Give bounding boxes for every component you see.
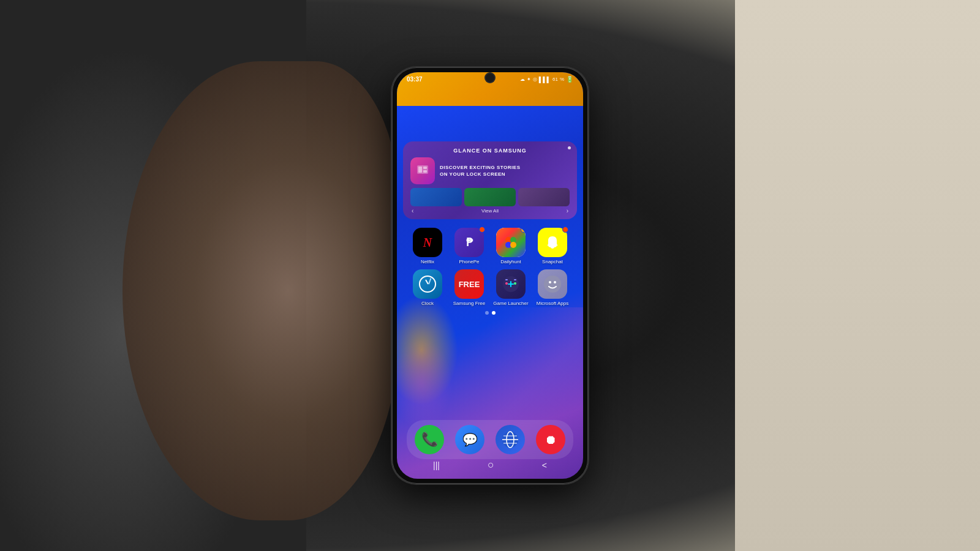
glance-dot-indicator — [568, 146, 571, 149]
status-time: 03:37 — [407, 76, 423, 83]
app-item-dailyhunt[interactable]: Dailyhunt — [492, 228, 529, 264]
app-item-phonepe[interactable]: ₱ PhonePe — [451, 228, 488, 264]
dock: 📞 💬 ⏺ — [407, 420, 573, 459]
glance-arrows: ‹ View All › — [410, 208, 570, 214]
glance-desc-line1: DISCOVER EXCITING STORIES — [440, 164, 520, 171]
glance-preview-3 — [518, 188, 570, 206]
cloud-icon: ☁ — [520, 77, 525, 82]
snapchat-notif-dot — [562, 227, 568, 233]
svg-rect-10 — [510, 281, 511, 287]
status-icons: ☁ ✦ ◎ ▌▌▌ 61 % 🔋 — [520, 76, 573, 83]
phone-screen: 03:37 ☁ ✦ ◎ ▌▌▌ 61 % 🔋 GLANCE ON SAMSUNG — [397, 72, 583, 479]
glance-content: DISCOVER EXCITING STORIES ON YOUR LOCK S… — [410, 157, 570, 184]
svg-point-15 — [544, 276, 561, 293]
screen-rec-icon: ⏺ — [545, 433, 557, 447]
settings-icon: ✦ — [527, 77, 531, 82]
glance-preview-strip — [410, 188, 570, 206]
phonepe-icon: ₱ — [454, 228, 484, 257]
hand-silhouette — [123, 61, 398, 520]
app-item-game-launcher[interactable]: Game Launcher — [492, 269, 529, 306]
app-item-clock[interactable]: Clock — [409, 269, 446, 306]
ms-apps-label: Microsoft Apps — [537, 301, 568, 306]
svg-rect-1 — [418, 167, 422, 173]
battery-pct-symbol: % — [560, 77, 564, 82]
svg-rect-13 — [505, 279, 508, 280]
game-launcher-icon — [496, 269, 526, 299]
clock-icon — [413, 269, 442, 299]
svg-rect-2 — [423, 167, 427, 169]
netflix-icon: N — [413, 228, 442, 257]
svg-point-16 — [549, 281, 551, 283]
battery-pct: 61 — [552, 77, 558, 82]
samsung-free-inner: FREE — [454, 269, 484, 299]
svg-rect-3 — [423, 170, 427, 173]
glance-preview-2 — [464, 188, 516, 206]
snapchat-icon — [538, 228, 567, 257]
messages-icon: 💬 — [462, 432, 478, 447]
ms-apps-icon — [538, 269, 567, 299]
glance-widget[interactable]: GLANCE ON SAMSUNG DISCOVER EXCITING STOR… — [403, 141, 577, 219]
wallpaper-purple-accent — [397, 338, 452, 430]
snapchat-label: Snapchat — [542, 259, 563, 264]
app-item-samsung-free[interactable]: FREE Samsung Free — [451, 269, 488, 306]
app-row-2: Clock FREE Samsung Free — [407, 269, 573, 306]
dock-internet[interactable] — [496, 425, 525, 454]
dock-messages[interactable]: 💬 — [455, 425, 484, 454]
samsung-free-text: FREE — [459, 280, 480, 288]
signal-bars: ▌▌▌ — [539, 77, 551, 83]
apps-area: N Netflix ₱ PhonePe — [397, 223, 583, 306]
phonepe-notif-dot — [479, 227, 485, 233]
dock-screen-recorder[interactable]: ⏺ — [536, 425, 565, 454]
glance-icon — [410, 157, 435, 184]
dock-phone[interactable]: 📞 — [415, 425, 444, 454]
svg-point-7 — [510, 242, 516, 248]
samsung-free-icon: FREE — [454, 269, 484, 299]
app-item-netflix[interactable]: N Netflix — [409, 228, 446, 264]
page-dot-2 — [492, 311, 496, 315]
glance-desc-line2: ON YOUR LOCK SCREEN — [440, 171, 520, 178]
phone-wrapper: 03:37 ☁ ✦ ◎ ▌▌▌ 61 % 🔋 GLANCE ON SAMSUNG — [392, 67, 588, 484]
phonepe-label: PhonePe — [459, 259, 480, 264]
svg-point-12 — [514, 282, 516, 285]
clock-label: Clock — [421, 301, 434, 306]
glance-prev-arrow[interactable]: ‹ — [412, 208, 413, 214]
background-right — [735, 0, 980, 551]
glance-view-all[interactable]: View All — [481, 208, 499, 214]
nav-recent-button[interactable]: ||| — [433, 460, 440, 470]
glance-title: GLANCE ON SAMSUNG — [410, 148, 570, 154]
samsung-free-label: Samsung Free — [453, 301, 485, 306]
glance-next-arrow[interactable]: › — [567, 208, 568, 214]
game-launcher-label: Game Launcher — [493, 301, 528, 306]
nav-back-button[interactable]: < — [542, 460, 547, 470]
battery-icon: 🔋 — [566, 76, 573, 83]
dailyhunt-label: Dailyhunt — [500, 259, 521, 264]
svg-point-17 — [554, 281, 556, 283]
dailyhunt-icon — [496, 228, 526, 257]
nav-bar: ||| ○ < — [397, 456, 583, 474]
app-row-1: N Netflix ₱ PhonePe — [407, 228, 573, 264]
dailyhunt-notif-dot — [521, 228, 526, 233]
camera-notch — [486, 73, 494, 82]
svg-rect-14 — [514, 279, 516, 280]
app-item-ms-apps[interactable]: Microsoft Apps — [534, 269, 571, 306]
app-item-snapchat[interactable]: Snapchat — [534, 228, 571, 264]
page-dot-1 — [485, 311, 489, 315]
glance-preview-1 — [410, 188, 462, 206]
location-icon: ◎ — [533, 77, 537, 82]
nav-home-button[interactable]: ○ — [488, 459, 494, 471]
netflix-label: Netflix — [421, 259, 434, 264]
phone-body: 03:37 ☁ ✦ ◎ ▌▌▌ 61 % 🔋 GLANCE ON SAMSUNG — [392, 67, 588, 484]
glance-text-block: DISCOVER EXCITING STORIES ON YOUR LOCK S… — [440, 164, 520, 178]
clock-face-inner — [418, 275, 437, 293]
phone-icon: 📞 — [421, 432, 438, 448]
page-indicators — [397, 311, 583, 315]
svg-point-11 — [505, 282, 508, 285]
